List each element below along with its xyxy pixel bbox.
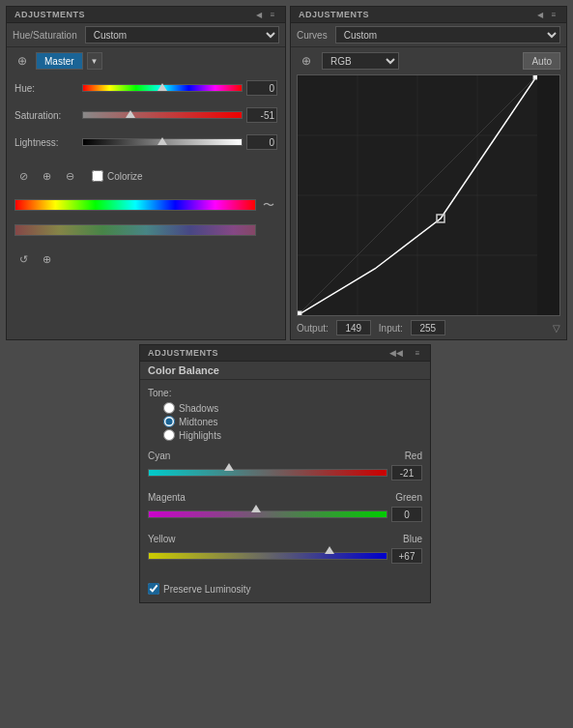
hue-row: Hue: 0 (14, 78, 277, 98)
curves-auto-button[interactable]: Auto (523, 52, 560, 70)
curves-menu-icon[interactable]: ≡ (549, 10, 559, 19)
yellow-blue-row: Yellow Blue +67 (148, 534, 422, 566)
cb-collapse-icon[interactable]: ◀◀ (389, 348, 403, 358)
hue-sat-preset-select[interactable]: Custom (85, 26, 279, 44)
magenta-green-value[interactable]: 0 (391, 507, 422, 522)
curve-output-row: Output: Input: ▽ (291, 316, 566, 339)
hue-sat-preset-label: Hue/Saturation (13, 30, 77, 41)
output-value-input[interactable] (336, 320, 371, 335)
yellow-blue-value[interactable]: +67 (391, 548, 422, 564)
curves-preset-label: Curves (297, 30, 328, 41)
colorize-checkbox[interactable] (92, 170, 103, 182)
eyedropper-minus-icon[interactable]: ⊖ (61, 167, 78, 185)
cb-header-title: ADJUSTMENTS (148, 348, 218, 358)
blue-label: Blue (403, 534, 422, 544)
input-value-input[interactable] (411, 320, 445, 335)
light-slider-track[interactable] (82, 138, 243, 146)
spectrum-bottom-icon (260, 221, 277, 239)
spectrum-bottom-bar (14, 224, 256, 236)
curves-channel-select[interactable]: RGB (322, 52, 399, 70)
magenta-green-slider-track[interactable] (148, 510, 387, 518)
cyan-red-value[interactable]: -21 (391, 465, 422, 480)
input-label: Input: (379, 323, 403, 334)
highlights-label: Highlights (179, 430, 221, 441)
cyan-red-slider-with-value: -21 (148, 463, 422, 482)
curves-bottom-icon: ▽ (553, 323, 560, 334)
curves-header: ADJUSTMENTS ◀ ≡ (291, 7, 566, 23)
shadows-radio[interactable] (163, 402, 175, 414)
yellow-blue-slider-with-value: +67 (148, 546, 422, 566)
cyan-red-thumb[interactable] (224, 463, 234, 471)
midtones-radio[interactable] (163, 416, 175, 427)
preserve-luminosity-row: Preserve Luminosity (140, 579, 430, 602)
curves-controls-row: ⊕ RGB Auto (291, 47, 566, 74)
yellow-blue-slider-container[interactable] (148, 546, 387, 566)
sat-row: Saturation: -51 (14, 105, 277, 125)
yellow-blue-labels: Yellow Blue (148, 534, 422, 544)
hue-slider-thumb[interactable] (158, 83, 167, 91)
hue-sat-collapse-icon[interactable]: ◀ (254, 10, 264, 19)
hue-sat-preset-row: Hue/Saturation Custom (7, 23, 285, 47)
hue-label: Hue: (14, 83, 82, 94)
hue-sat-menu-icon[interactable]: ≡ (268, 10, 277, 19)
curve-canvas (298, 75, 537, 315)
light-slider-thumb[interactable] (158, 137, 167, 145)
light-value[interactable]: 0 (246, 134, 277, 150)
curve-canvas-container[interactable] (297, 74, 560, 316)
cb-menu-icon[interactable]: ≡ (413, 348, 422, 358)
sat-slider-track[interactable] (82, 111, 243, 119)
highlights-radio[interactable] (163, 429, 175, 441)
colorize-label: Colorize (107, 171, 143, 182)
spectrum-bottom-container (7, 221, 285, 247)
cyan-red-slider-track[interactable] (148, 469, 387, 477)
channel-dropdown-arrow[interactable]: ▼ (87, 52, 102, 70)
cb-sliders-section: Cyan Red -21 Magenta (140, 447, 430, 579)
output-label: Output: (297, 323, 329, 334)
hue-slider-track[interactable] (82, 84, 243, 92)
curves-collapse-icon[interactable]: ◀ (535, 10, 545, 19)
curves-adjust-icon: ⊕ (297, 51, 316, 71)
sat-slider-thumb[interactable] (126, 110, 135, 118)
target-icon[interactable]: ⊕ (38, 250, 55, 268)
red-label: Red (405, 451, 422, 461)
eyedropper-plus-icon[interactable]: ⊕ (38, 167, 55, 185)
eyedropper-icon[interactable]: ⊘ (14, 167, 32, 185)
tone-label: Tone: (148, 388, 422, 398)
adjust-icon: ⊕ (13, 51, 32, 71)
yellow-blue-thumb[interactable] (325, 546, 334, 554)
curves-panel: ADJUSTMENTS ◀ ≡ Curves Custom ⊕ RGB Auto (290, 6, 567, 340)
colorize-check: Colorize (92, 170, 143, 182)
yellow-label: Yellow (148, 534, 176, 544)
color-balance-panel-wrapper: ADJUSTMENTS ◀◀ ≡ Color Balance Tone: Sha… (139, 344, 431, 603)
hue-value[interactable]: 0 (246, 80, 277, 96)
light-label: Lightness: (14, 137, 82, 148)
curves-preset-select[interactable]: Custom (335, 26, 560, 44)
reset-icon[interactable]: ↺ (14, 250, 32, 268)
highlights-radio-item: Highlights (163, 429, 422, 441)
yellow-blue-slider-track[interactable] (148, 552, 387, 560)
sat-value[interactable]: -51 (246, 107, 277, 123)
magenta-green-labels: Magenta Green (148, 492, 422, 503)
midtones-label: Midtones (179, 417, 218, 427)
curves-header-title: ADJUSTMENTS (299, 10, 369, 19)
hue-sat-sliders: Hue: 0 Saturation: (7, 74, 285, 163)
magenta-label: Magenta (148, 492, 186, 503)
hue-saturation-panel: ADJUSTMENTS ◀ ≡ Hue/Saturation Custom ⊕ … (6, 6, 286, 340)
hue-sat-channel-row: ⊕ Master ▼ (7, 47, 285, 74)
spectrum-top-bar (14, 199, 256, 211)
magenta-green-thumb[interactable] (251, 505, 261, 512)
magenta-green-slider-container[interactable] (148, 505, 387, 524)
hue-sat-header: ADJUSTMENTS ◀ ≡ (7, 7, 285, 23)
preserve-luminosity-checkbox[interactable] (148, 583, 159, 595)
spectrum-icon: 〜 (260, 196, 277, 214)
curves-preset-row: Curves Custom (291, 23, 566, 47)
sat-slider-track-container[interactable] (82, 105, 243, 125)
channel-button[interactable]: Master (36, 52, 83, 70)
cb-tone-row: Tone: Shadows Midtones Highlights (140, 380, 430, 447)
cyan-red-labels: Cyan Red (148, 451, 422, 461)
light-slider-track-container[interactable] (82, 132, 243, 152)
hue-slider-track-container[interactable] (82, 78, 243, 98)
preserve-luminosity-label: Preserve Luminosity (163, 584, 251, 595)
cyan-red-slider-container[interactable] (148, 463, 387, 482)
cyan-red-row: Cyan Red -21 (148, 451, 422, 482)
